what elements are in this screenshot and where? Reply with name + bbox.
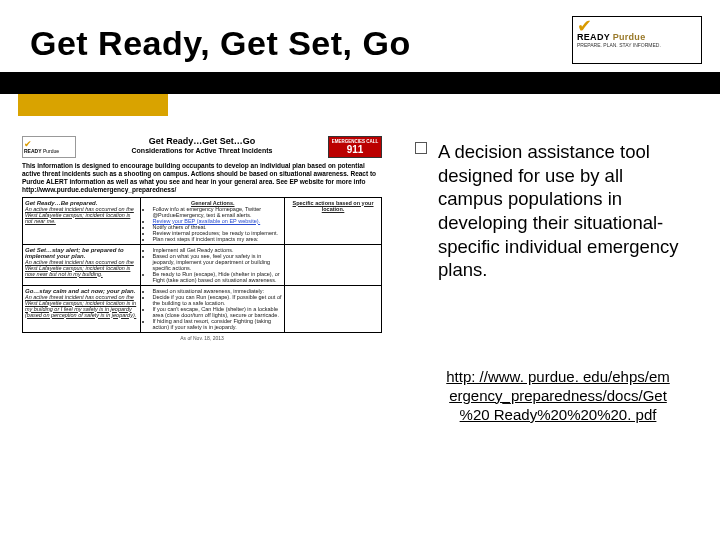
doc-subtitle: Considerations for Active Threat Inciden… [82,147,322,154]
action-list: Based on situational awareness, immediat… [143,288,282,330]
row-title: Go…stay calm and act now; your plan. [25,288,138,294]
check-icon: ✔ [24,141,74,148]
doc-footer: As of Nov. 18, 2013 [22,335,382,341]
logo-text: READY Purdue [577,32,697,42]
body-paragraph: A decision assistance tool designed for … [438,140,693,282]
ready-purdue-logo: ✔ READY Purdue PREPARE. PLAN. STAY INFOR… [572,16,702,64]
doc-title: Get Ready…Get Set…Go [82,136,322,146]
call-911-badge: EMERGENCIES CALL911 [328,136,382,158]
resource-link[interactable]: http: //www. purdue. edu/ehps/em ergency… [418,368,698,424]
action-list: Implement all Get Ready actions. Based o… [143,247,282,283]
col-header: Specific actions based on your location. [287,200,379,212]
row-desc: An active threat incident has occurred o… [25,259,138,277]
row-desc: An active threat incident has occurred o… [25,206,138,224]
slide-title: Get Ready, Get Set, Go [30,24,411,63]
doc-intro: This information is designed to encourag… [22,162,382,195]
document-thumbnail: ✔ READY Purdue Get Ready…Get Set…Go Cons… [22,136,382,466]
thumb-logo: ✔ READY Purdue [22,136,76,158]
gold-accent-bar [18,94,168,116]
logo-subtitle: PREPARE. PLAN. STAY INFORMED. [577,42,697,48]
row-desc: An active threat incident has occurred o… [25,294,138,318]
black-accent-bar [0,72,720,94]
row-title: Get Set…stay alert; be prepared to imple… [25,247,138,259]
thumb-logo-text: READY Purdue [24,148,74,154]
action-list: Follow info at emergency Homepage, Twitt… [143,206,282,242]
check-icon: ✔ [577,20,697,32]
bullet-icon [415,142,427,154]
doc-table: Get Ready…Be prepared. An active threat … [22,197,382,333]
